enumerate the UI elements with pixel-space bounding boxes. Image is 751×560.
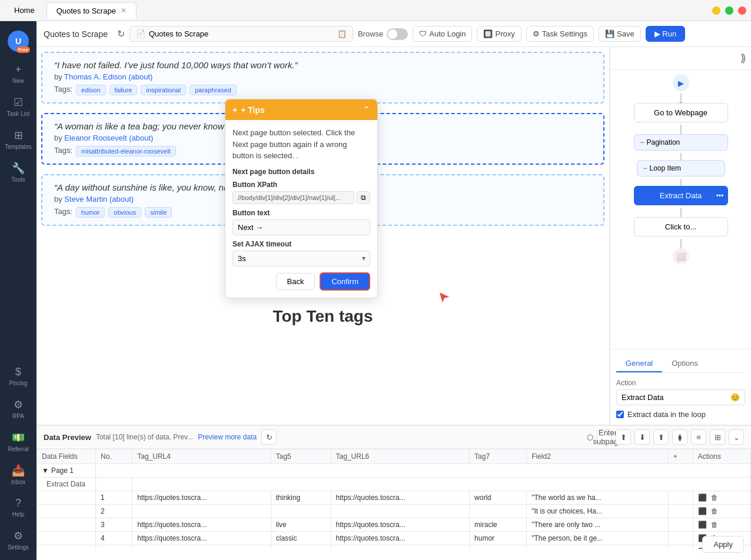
tab-close-icon[interactable]: ✕ xyxy=(121,6,127,15)
proxy-button[interactable]: 🔲 Proxy xyxy=(477,26,521,42)
row2-delete-icon[interactable]: 🗑 xyxy=(711,507,718,515)
action-input[interactable]: Extract Data 😊 xyxy=(616,389,745,405)
close-button[interactable]: ✕ xyxy=(738,6,746,15)
tips-description: Next page button selected. Click the Nex… xyxy=(232,127,370,162)
tag-1-4[interactable]: paraphrased xyxy=(190,85,237,95)
row4-tag-url4: https://quotes.toscra... xyxy=(132,532,271,545)
rpa-icon: ⚙ xyxy=(14,398,23,411)
refresh-preview-button[interactable]: ↻ xyxy=(261,429,277,445)
run-button[interactable]: ▶ Run xyxy=(646,26,685,42)
maximize-button[interactable]: □ xyxy=(725,6,733,15)
window-controls: ─ □ ✕ xyxy=(712,6,746,15)
tips-button-text-input[interactable] xyxy=(232,219,370,235)
sidebar-item-help[interactable]: ? Help xyxy=(2,492,34,522)
apply-button[interactable]: Apply xyxy=(702,536,744,553)
extract-loop-checkbox[interactable] xyxy=(616,411,624,418)
about-link-1[interactable]: (about) xyxy=(128,72,152,81)
sidebar-item-tasklist[interactable]: ☑ Task List xyxy=(2,91,34,122)
list-view-button[interactable]: ≡ xyxy=(691,429,706,445)
row3-delete-icon[interactable]: 🗑 xyxy=(711,521,718,529)
row1-delete-icon[interactable]: 🗑 xyxy=(711,494,718,502)
browse-toggle[interactable] xyxy=(387,28,408,40)
upload-button[interactable]: ⬆ xyxy=(653,429,669,445)
tab-quotes[interactable]: Quotes to Scrape ✕ xyxy=(46,2,137,19)
page1-expand[interactable]: ▼ xyxy=(42,466,49,475)
node-pagination[interactable]: − Pagination xyxy=(634,134,728,151)
sidebar-item-rpa[interactable]: ⚙ RPA xyxy=(2,394,34,424)
sidebar-item-pricing[interactable]: $ Pricing xyxy=(2,361,34,391)
row4-tag7: humor xyxy=(470,532,527,545)
filter-button[interactable]: ⧫ xyxy=(672,429,687,445)
sidebar-item-templates[interactable]: ⊞ Templates xyxy=(2,124,34,155)
sidebar-item-referral[interactable]: 💵 Referral xyxy=(2,426,34,457)
tag-2-1[interactable]: misattributed-eleanor-roosevelt xyxy=(76,146,176,156)
auto-login-button[interactable]: 🛡 Auto Login xyxy=(413,26,472,42)
tips-copy-button[interactable]: ⧉ xyxy=(357,191,370,204)
tag-3-2[interactable]: obvious xyxy=(108,207,141,218)
more-button[interactable]: ⌄ xyxy=(729,429,744,445)
sidebar-pricing-label: Pricing xyxy=(9,380,28,386)
extract-data-menu-icon[interactable]: ••• xyxy=(716,192,724,200)
tips-ajax-select[interactable]: 3s 5s 10s xyxy=(232,251,370,266)
preview-more-link[interactable]: Preview more data xyxy=(198,433,257,441)
author-link-1[interactable]: Thomas A. Edison xyxy=(64,72,127,81)
subpage-icon: ⬡ xyxy=(587,433,593,442)
tag-1-1[interactable]: edison xyxy=(76,85,105,95)
about-link-2[interactable]: (about) xyxy=(129,134,153,142)
export-button[interactable]: ⬆ xyxy=(616,429,631,445)
sidebar-item-user[interactable]: U Free xyxy=(2,26,34,56)
row5-tag-url6 xyxy=(331,545,470,549)
about-link-3[interactable]: (about) xyxy=(109,195,134,204)
enter-subpage-button[interactable]: ⬡ Enter subpage xyxy=(597,429,612,445)
tab-home-label: Home xyxy=(14,6,35,15)
settings-icon: ⚙ xyxy=(14,529,23,542)
row1-actions: ⬛ 🗑 xyxy=(693,491,750,505)
minimize-button[interactable]: ─ xyxy=(712,6,720,15)
data-table: Data Fields No. Tag_URL4 Tag5 Tag_URL6 T… xyxy=(36,449,751,549)
tab-options[interactable]: Options xyxy=(662,355,707,372)
tab-quotes-label: Quotes to Scrape xyxy=(57,6,116,15)
sidebar-item-settings[interactable]: ⚙ Settings xyxy=(2,525,34,555)
sidebar-item-inbox[interactable]: 📥 Inbox xyxy=(2,459,34,490)
grid-view-button[interactable]: ⊞ xyxy=(710,429,725,445)
sidebar-item-tools[interactable]: 🔧 Tools xyxy=(2,157,34,188)
tag-3-3[interactable]: simile xyxy=(145,207,172,218)
tips-collapse-button[interactable]: ⌃ xyxy=(363,104,370,115)
node-go-to-webpage[interactable]: Go to Webpage xyxy=(634,103,728,122)
tag-3-1[interactable]: humor xyxy=(76,207,105,218)
tag-1-2[interactable]: failure xyxy=(109,85,138,95)
row2-tag7 xyxy=(470,505,527,518)
tips-confirm-button[interactable]: Confirm xyxy=(320,272,370,291)
row1-copy-icon[interactable]: ⬛ xyxy=(698,494,707,502)
node-loop-item[interactable]: − Loop Item xyxy=(637,160,725,176)
task-settings-button[interactable]: ⚙ Task Settings xyxy=(526,26,594,42)
author-link-2[interactable]: Eleanor Roosevelt xyxy=(64,134,127,142)
url-input[interactable] xyxy=(149,29,334,38)
sidebar-item-new[interactable]: + New xyxy=(2,59,34,89)
tag-1-3[interactable]: inspirational xyxy=(141,85,186,95)
tab-home[interactable]: Home xyxy=(5,2,44,18)
row2-copy-icon[interactable]: ⬛ xyxy=(698,507,707,515)
page1-spacer xyxy=(96,464,751,478)
node-click-to[interactable]: Click to... xyxy=(634,217,728,236)
page1-group: ▼ Page 1 xyxy=(42,466,91,475)
author-link-3[interactable]: Steve Martin xyxy=(64,195,107,204)
import-button[interactable]: ⬇ xyxy=(634,429,650,445)
tools-icon: 🔧 xyxy=(12,162,25,175)
data-preview-header: Data Preview Total [10] line(s) of data.… xyxy=(36,426,751,449)
tips-back-button[interactable]: Back xyxy=(276,273,315,290)
panel-expand-button[interactable]: ⟫ xyxy=(740,52,746,65)
node-click-to-label: Click to... xyxy=(665,222,696,231)
save-button[interactable]: 💾 Save xyxy=(599,26,641,42)
sidebar-templates-label: Templates xyxy=(5,144,32,150)
row3-copy-icon[interactable]: ⬛ xyxy=(698,521,707,529)
tab-general[interactable]: General xyxy=(616,355,662,372)
workflow-play-button[interactable]: ▶ xyxy=(673,75,689,91)
col-add[interactable]: + xyxy=(668,449,693,464)
node-extract-data[interactable]: Extract Data ••• xyxy=(634,186,728,205)
tip-plus-icon: + xyxy=(232,105,237,115)
sidebar-help-label: Help xyxy=(12,511,25,518)
refresh-icon[interactable]: ↻ xyxy=(117,28,125,39)
row5-add xyxy=(668,545,693,549)
workflow-stop-button[interactable]: ⬜ xyxy=(673,248,689,265)
